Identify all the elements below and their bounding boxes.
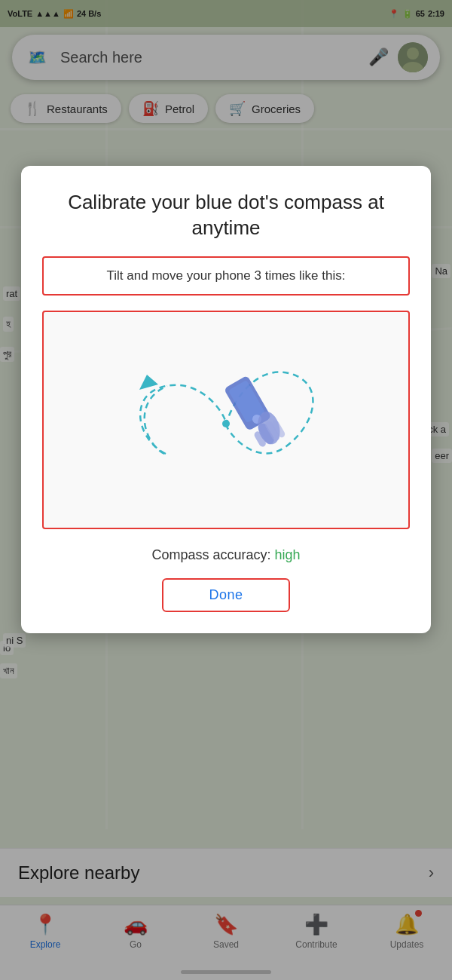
instruction-text: Tilt and move your phone 3 times like th…: [54, 267, 398, 286]
compass-accuracy-row: Compass accuracy: high: [42, 547, 410, 563]
phone-motion-svg: [105, 318, 347, 522]
done-button-wrapper: Done: [42, 578, 410, 612]
animation-illustration: [42, 311, 410, 529]
calibration-modal: Calibrate your blue dot's compass at any…: [21, 166, 431, 633]
compass-accuracy-value: high: [275, 547, 301, 562]
instruction-box: Tilt and move your phone 3 times like th…: [42, 256, 410, 296]
modal-title: Calibrate your blue dot's compass at any…: [42, 190, 410, 241]
compass-accuracy-label: Compass accuracy:: [151, 547, 270, 562]
svg-marker-5: [139, 375, 158, 390]
done-button[interactable]: Done: [162, 578, 289, 612]
svg-point-14: [222, 420, 230, 427]
